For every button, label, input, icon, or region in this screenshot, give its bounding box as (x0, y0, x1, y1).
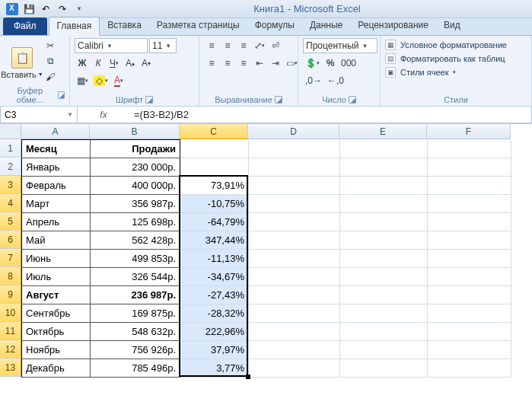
cell-B7[interactable]: 499 853р. (91, 250, 180, 268)
tab-Данные[interactable]: Данные (302, 17, 350, 35)
format-as-table-button[interactable]: ▤Форматировать как таблиц (385, 53, 527, 64)
row-header-10[interactable]: 10 (0, 304, 21, 322)
cell-D1[interactable] (249, 140, 340, 158)
accounting-format-icon[interactable]: 💲 ▾ (303, 56, 322, 71)
cell-D4[interactable] (249, 195, 340, 213)
cell-A3[interactable]: Февраль (22, 177, 91, 195)
cell-C8[interactable]: -34,67% (180, 268, 249, 286)
cell-C11[interactable]: 222,96% (180, 323, 249, 341)
font-launcher-icon[interactable] (145, 96, 153, 104)
align-top-icon[interactable]: ≡ (204, 38, 219, 53)
cell-B10[interactable]: 169 875р. (91, 304, 180, 323)
font-size-combo[interactable]: 11▼ (149, 38, 177, 53)
tab-Вид[interactable]: Вид (436, 17, 468, 35)
col-header-E[interactable]: E (339, 124, 427, 139)
cell-F10[interactable] (428, 304, 511, 323)
cell-C7[interactable]: -11,13% (180, 250, 249, 268)
cell-D5[interactable] (249, 213, 340, 231)
cell-E12[interactable] (340, 341, 428, 359)
col-header-A[interactable]: A (21, 124, 90, 139)
cell-A2[interactable]: Январь (22, 158, 91, 177)
cells-area[interactable]: МесяцПродажиЯнварь230 000р.Февраль400 00… (21, 139, 511, 378)
excel-icon[interactable] (5, 2, 20, 17)
row-header-9[interactable]: 9 (0, 285, 21, 304)
clipboard-launcher-icon[interactable] (58, 91, 65, 99)
row-header-6[interactable]: 6 (0, 231, 21, 249)
cell-B8[interactable]: 326 544р. (91, 268, 180, 286)
cell-F7[interactable] (428, 250, 511, 268)
cell-F3[interactable] (428, 177, 511, 195)
cell-E9[interactable] (340, 286, 428, 304)
grow-font-button[interactable]: A▴ (123, 56, 138, 71)
cell-C6[interactable]: 347,44% (180, 231, 249, 250)
cell-F2[interactable] (428, 158, 511, 177)
align-center-icon[interactable]: ≡ (220, 56, 235, 71)
cell-D7[interactable] (249, 250, 340, 268)
cell-E13[interactable] (340, 359, 428, 378)
fill-color-button[interactable]: ◇ ▾ (91, 73, 110, 88)
cell-F8[interactable] (428, 268, 511, 286)
fill-handle[interactable] (246, 375, 250, 379)
row-header-13[interactable]: 13 (0, 359, 21, 377)
cell-F1[interactable] (428, 140, 511, 158)
tab-Рецензирование[interactable]: Рецензирование (350, 17, 436, 35)
col-header-B[interactable]: B (90, 124, 180, 139)
col-header-C[interactable]: C (180, 124, 248, 139)
orientation-icon[interactable]: ⤢ ▾ (252, 38, 267, 53)
cell-B1[interactable]: Продажи (91, 140, 180, 158)
tab-Вставка[interactable]: Вставка (100, 17, 149, 35)
cell-B6[interactable]: 562 428р. (91, 231, 180, 250)
increase-indent-icon[interactable]: ⇥ (268, 56, 283, 71)
row-header-4[interactable]: 4 (0, 194, 21, 212)
tab-Формулы[interactable]: Формулы (247, 17, 302, 35)
cell-C10[interactable]: -28,32% (180, 304, 249, 323)
cell-A9[interactable]: Август (22, 286, 91, 304)
bold-button[interactable]: Ж (75, 56, 90, 71)
cell-E7[interactable] (340, 250, 428, 268)
cell-C1[interactable] (180, 140, 249, 158)
row-header-7[interactable]: 7 (0, 249, 21, 267)
align-left-icon[interactable]: ≡ (204, 56, 219, 71)
cell-B9[interactable]: 236 987р. (91, 286, 180, 304)
percent-format-icon[interactable]: % (323, 56, 338, 71)
cell-C3[interactable]: 73,91% (180, 177, 249, 195)
select-all-corner[interactable] (0, 124, 21, 139)
cell-E4[interactable] (340, 195, 428, 213)
cell-C2[interactable] (180, 158, 249, 177)
name-box[interactable]: C3▼ (0, 107, 78, 123)
tab-file[interactable]: Файл (3, 18, 47, 35)
alignment-launcher-icon[interactable] (275, 96, 282, 104)
cell-B13[interactable]: 785 496р. (91, 359, 180, 378)
font-color-button[interactable]: A ▾ (111, 73, 126, 88)
italic-button[interactable]: К (91, 56, 106, 71)
cell-F12[interactable] (428, 341, 511, 359)
cell-E10[interactable] (340, 304, 428, 323)
cell-D8[interactable] (249, 268, 340, 286)
cell-F4[interactable] (428, 195, 511, 213)
row-header-5[interactable]: 5 (0, 212, 21, 231)
tab-Разметка страницы[interactable]: Разметка страницы (149, 17, 247, 35)
increase-decimal-icon[interactable]: ,0→ (303, 73, 324, 88)
cell-D6[interactable] (249, 231, 340, 250)
qat-customize-icon[interactable]: ▼ (72, 2, 87, 17)
align-right-icon[interactable]: ≡ (236, 56, 251, 71)
shrink-font-button[interactable]: A▾ (139, 56, 154, 71)
cut-icon[interactable]: ✂ (43, 38, 58, 53)
align-bottom-icon[interactable]: ≡ (236, 38, 251, 53)
cell-C13[interactable]: 3,77% (180, 359, 249, 378)
undo-icon[interactable]: ↶ (38, 2, 53, 17)
borders-button[interactable]: ▦ ▾ (75, 73, 91, 88)
row-header-3[interactable]: 3 (0, 176, 21, 194)
cell-D3[interactable] (249, 177, 340, 195)
cell-A1[interactable]: Месяц (22, 140, 91, 158)
cell-C4[interactable]: -10,75% (180, 195, 249, 213)
decrease-indent-icon[interactable]: ⇤ (252, 56, 267, 71)
cell-E2[interactable] (340, 158, 428, 177)
cell-E1[interactable] (340, 140, 428, 158)
row-header-2[interactable]: 2 (0, 158, 21, 176)
format-painter-icon[interactable]: 🖌 (43, 69, 58, 84)
underline-button[interactable]: Ч ▾ (107, 56, 122, 71)
cell-B5[interactable]: 125 698р. (91, 213, 180, 231)
paste-button[interactable]: 📋 Вставить▼ (5, 38, 40, 84)
cell-styles-button[interactable]: ▣Стили ячеек ▾ (385, 67, 527, 78)
